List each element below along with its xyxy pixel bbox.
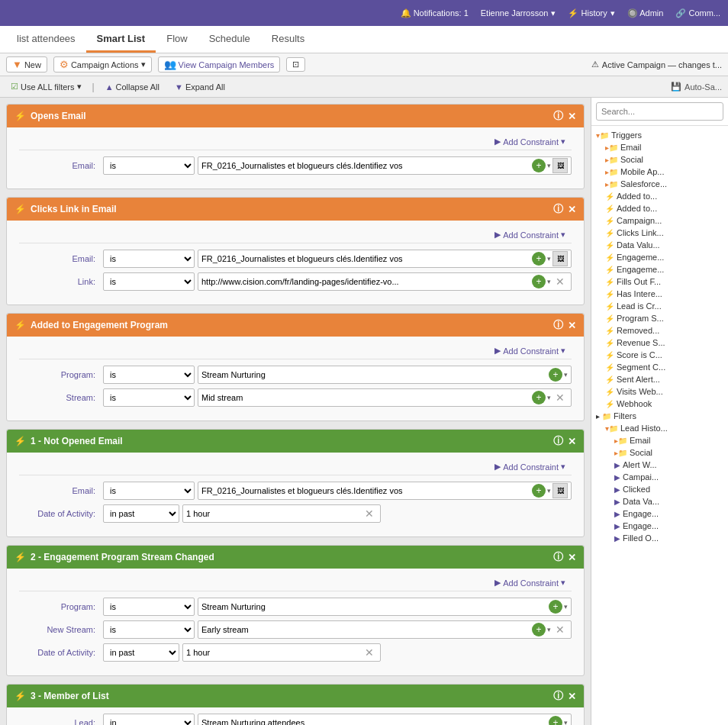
history-menu[interactable]: ⚡ History ▾: [568, 8, 614, 18]
dropdown-lead[interactable]: ▾: [564, 719, 568, 725]
tab-results[interactable]: Results: [261, 26, 315, 53]
campaign-actions-button[interactable]: ⚙ Campaign Actions ▾: [53, 56, 152, 72]
sidebar-item-visits-web[interactable]: ⚡ Visits Web...: [601, 385, 728, 398]
info-icon-clicks-link[interactable]: ⓘ: [553, 202, 563, 216]
close-icon-opens-email[interactable]: ✕: [568, 111, 576, 122]
info-icon-not-opened[interactable]: ⓘ: [553, 434, 563, 448]
sidebar-item-alert-w[interactable]: ▶ Alert W...: [610, 459, 728, 471]
add-email-1[interactable]: +: [532, 159, 546, 172]
sidebar-item-campaign[interactable]: ⚡ Campaign...: [601, 214, 728, 227]
sidebar-item-email-folder[interactable]: ▸📁 Email: [601, 141, 728, 153]
email-operator-1[interactable]: is: [103, 156, 195, 175]
program-operator-stream-changed[interactable]: is: [103, 598, 195, 616]
search-input[interactable]: [596, 102, 723, 121]
close-icon-engagement-program[interactable]: ✕: [568, 320, 576, 331]
add-program-stream-changed[interactable]: +: [549, 600, 562, 614]
sidebar-item-removed[interactable]: ⚡ Removed...: [601, 324, 728, 337]
add-link[interactable]: +: [532, 275, 546, 288]
close-icon-clicks-link[interactable]: ✕: [568, 204, 576, 215]
lead-operator[interactable]: in: [103, 714, 195, 725]
add-constraint-engagement-program[interactable]: ▶ Add Constraint ▾: [494, 346, 565, 356]
date-operator-stream-changed[interactable]: in past: [103, 643, 179, 662]
dropdown-new-stream[interactable]: ▾: [547, 626, 551, 633]
sidebar-item-lead-is-cr[interactable]: ⚡ Lead is Cr...: [601, 300, 728, 312]
remove-date-stream-changed[interactable]: ✕: [362, 645, 377, 660]
add-constraint-not-opened[interactable]: ▶ Add Constraint ▾: [494, 462, 565, 472]
new-button[interactable]: ▼ New: [6, 56, 47, 72]
close-icon-not-opened[interactable]: ✕: [568, 436, 576, 447]
stream-operator-1[interactable]: is: [103, 388, 195, 407]
tab-flow[interactable]: Flow: [156, 26, 198, 53]
tab-smart-list[interactable]: Smart List: [86, 26, 156, 53]
sidebar-item-has-interest[interactable]: ⚡ Has Intere...: [601, 288, 728, 300]
date-operator-not-opened[interactable]: in past: [103, 504, 179, 523]
sidebar-item-fills-out[interactable]: ⚡ Fills Out F...: [601, 276, 728, 288]
remove-link[interactable]: ✕: [552, 274, 568, 289]
add-constraint-clicks-link[interactable]: ▶ Add Constraint ▾: [494, 230, 565, 240]
remove-stream-1[interactable]: ✕: [552, 390, 568, 405]
notifications[interactable]: 🔔 Notifications: 1: [401, 8, 469, 18]
sidebar-item-engage-1[interactable]: ▶ Engage...: [610, 508, 728, 520]
sidebar-item-added-to-2[interactable]: ⚡ Added to...: [601, 202, 728, 214]
tab-list-attendees[interactable]: list attendees: [6, 26, 86, 53]
sidebar-item-segment-c[interactable]: ⚡ Segment C...: [601, 361, 728, 373]
use-all-filters-button[interactable]: ☑ Use ALL filters ▾: [6, 80, 86, 93]
remove-date-not-opened[interactable]: ✕: [362, 506, 377, 521]
sidebar-item-clicked[interactable]: ▶ Clicked: [610, 483, 728, 495]
add-new-stream[interactable]: +: [532, 623, 546, 636]
window-button[interactable]: ⊡: [286, 57, 305, 72]
sidebar-item-social-folder[interactable]: ▸📁 Social: [601, 153, 728, 166]
sidebar-item-score-is-c[interactable]: ⚡ Score is C...: [601, 349, 728, 361]
info-icon-member-of-list[interactable]: ⓘ: [553, 689, 563, 703]
sidebar-item-engagement-2[interactable]: ⚡ Engageme...: [601, 263, 728, 276]
dropdown-email-not-opened[interactable]: ▾: [547, 487, 551, 495]
sidebar-item-engage-2[interactable]: ▶ Engage...: [610, 520, 728, 532]
email-operator-not-opened[interactable]: is: [103, 482, 195, 500]
sidebar-item-engagement-1[interactable]: ⚡ Engageme...: [601, 251, 728, 263]
dropdown-email-1[interactable]: ▾: [547, 162, 551, 169]
new-stream-operator[interactable]: is: [103, 620, 195, 639]
dropdown-program-1[interactable]: ▾: [564, 371, 568, 379]
img-email-1[interactable]: 🖼: [552, 158, 568, 173]
sidebar-section-filters[interactable]: ▸ 📁 Filters: [591, 410, 728, 422]
sidebar-item-data-value[interactable]: ⚡ Data Valu...: [601, 239, 728, 251]
sidebar-item-salesforce-folder[interactable]: ▸📁 Salesforce...: [601, 178, 728, 190]
sidebar-item-data-va[interactable]: ▶ Data Va...: [610, 495, 728, 508]
add-email-2[interactable]: +: [532, 252, 546, 266]
sidebar-item-lh-email[interactable]: ▸📁 Email: [610, 434, 728, 446]
sidebar-item-webhook[interactable]: ⚡ Webhook: [601, 398, 728, 410]
sidebar-item-filled-o[interactable]: ▶ Filled O...: [610, 532, 728, 544]
sidebar-item-lh-social[interactable]: ▸📁 Social: [610, 446, 728, 459]
sidebar-item-program-s[interactable]: ⚡ Program S...: [601, 312, 728, 324]
dropdown-program-stream-changed[interactable]: ▾: [564, 603, 568, 611]
expand-all-button[interactable]: ▼ Expand All: [170, 81, 230, 93]
link-operator[interactable]: is: [103, 272, 195, 291]
collapse-all-button[interactable]: ▲ Collapse All: [101, 81, 164, 93]
user-menu[interactable]: Etienne Jarrosson ▾: [481, 8, 556, 18]
add-stream-1[interactable]: +: [532, 391, 546, 404]
close-icon-member-of-list[interactable]: ✕: [568, 691, 576, 702]
add-constraint-stream-changed[interactable]: ▶ Add Constraint ▾: [494, 578, 565, 588]
add-email-not-opened[interactable]: +: [532, 484, 546, 498]
add-lead[interactable]: +: [549, 716, 562, 725]
sidebar-item-campai[interactable]: ▶ Campai...: [610, 471, 728, 483]
program-operator-1[interactable]: is: [103, 366, 195, 384]
sidebar-item-lead-history[interactable]: ▾📁 Lead Histo...: [601, 422, 728, 434]
sidebar-item-added-to-1[interactable]: ⚡ Added to...: [601, 190, 728, 202]
info-icon-opens-email[interactable]: ⓘ: [553, 109, 563, 123]
img-email-not-opened[interactable]: 🖼: [552, 483, 568, 498]
sidebar-item-sent-alert[interactable]: ⚡ Sent Alert...: [601, 373, 728, 385]
view-campaign-members-button[interactable]: 👥 View Campaign Members: [158, 56, 281, 72]
add-program-1[interactable]: +: [549, 368, 562, 382]
community-menu[interactable]: 🔗 Comm...: [675, 8, 720, 18]
email-operator-2[interactable]: is: [103, 250, 195, 268]
dropdown-stream-1[interactable]: ▾: [547, 394, 551, 401]
tab-schedule[interactable]: Schedule: [198, 26, 261, 53]
sidebar-item-mobile-folder[interactable]: ▸📁 Mobile Ap...: [601, 166, 728, 178]
sidebar-section-triggers[interactable]: ▾📁 Triggers: [591, 129, 728, 141]
close-icon-stream-changed[interactable]: ✕: [568, 552, 576, 563]
img-email-2[interactable]: 🖼: [552, 251, 568, 266]
add-constraint-opens-email[interactable]: ▶ Add Constraint ▾: [494, 137, 565, 147]
dropdown-email-2[interactable]: ▾: [547, 255, 551, 263]
admin-menu[interactable]: 🔘 Admin: [627, 8, 664, 18]
